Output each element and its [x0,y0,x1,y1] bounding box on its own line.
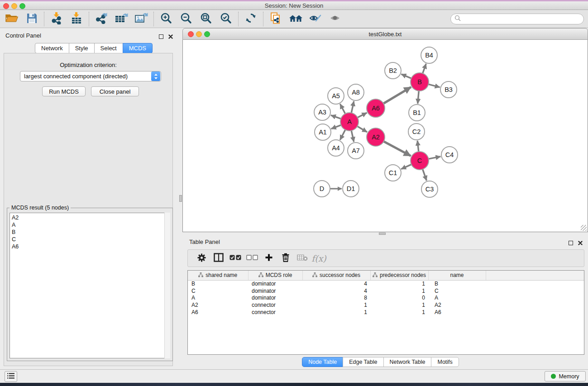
network-canvas[interactable]: AA1A3A5A8A4A7A6A2BB2B4B3B1CC2C1C3C4DD1 [182,40,588,232]
tab-network-table[interactable]: Network Table [383,357,432,367]
network-horizontal-scrollbar[interactable] [379,233,386,235]
table-cell[interactable]: 1 [370,301,428,309]
delete-table-button[interactable] [294,251,311,266]
float-table-panel-icon[interactable] [569,241,573,245]
graph-edge[interactable] [383,87,411,103]
graph-node-C1[interactable]: C1 [385,165,401,181]
table-cell[interactable]: B [428,280,486,287]
graph-edge[interactable] [384,141,411,156]
show-columns-button[interactable] [210,251,227,266]
graph-node-A1[interactable]: A1 [315,124,331,140]
table-cell[interactable]: dominator [248,287,302,295]
mcds-result-item[interactable]: A2 [10,214,170,221]
graph-edge[interactable] [351,101,354,113]
column-header[interactable]: successor nodes [302,271,370,280]
network-vertical-scrollbar[interactable] [179,195,182,202]
table-cell[interactable]: 8 [302,294,370,301]
table-row[interactable]: A6connector11A6 [188,309,584,316]
table-row[interactable]: Adominator80A [188,294,584,301]
import-table-button[interactable] [67,11,86,27]
add-row-button[interactable] [260,251,277,266]
close-table-panel-icon[interactable] [578,239,583,247]
hide-selected-button[interactable] [306,11,325,27]
graph-edge[interactable] [358,113,367,118]
graph-node-D1[interactable]: D1 [343,181,359,197]
graph-node-A[interactable]: A [340,113,359,131]
column-header[interactable]: predecessor nodes [370,271,428,280]
refresh-button[interactable] [241,11,261,27]
tab-style[interactable]: Style [69,43,95,53]
task-history-button[interactable] [5,371,17,382]
resize-grip[interactable] [581,225,587,231]
table-cell[interactable]: A [188,294,248,301]
float-panel-icon[interactable] [159,34,163,39]
graph-node-C3[interactable]: C3 [421,181,438,197]
result-scrollbar[interactable] [164,213,170,358]
graph-edge[interactable] [401,74,411,78]
save-session-button[interactable] [22,11,42,27]
graph-edge[interactable] [340,130,345,140]
mcds-result-item[interactable]: A6 [10,243,170,250]
table-row[interactable]: Bdominator41B [188,280,584,287]
mcds-result-item[interactable]: C [10,236,170,243]
table-cell[interactable]: dominator [248,294,302,301]
import-network-button[interactable] [47,11,67,27]
table-cell[interactable]: A2 [428,301,486,309]
tab-motifs[interactable]: Motifs [431,357,459,367]
table-cell[interactable]: C [188,287,248,295]
table-cell[interactable]: A [428,294,486,301]
graph-node-B3[interactable]: B3 [440,81,457,98]
duplicate-network-button[interactable] [266,11,286,27]
table-cell[interactable]: 4 [302,287,370,295]
network-window-titlebar[interactable]: testGlobe.txt [182,28,588,40]
graph-node-A7[interactable]: A7 [348,143,364,159]
table-cell[interactable]: 1 [370,287,428,295]
table-cell[interactable]: dominator [248,280,302,287]
column-header[interactable]: shared name [188,271,248,280]
export-image-button[interactable] [131,11,151,27]
table-cell[interactable]: B [188,280,248,287]
run-mcds-button[interactable]: Run MCDS [42,86,86,96]
table-cell[interactable]: 1 [302,301,370,309]
graph-node-A6[interactable]: A6 [367,99,385,117]
table-row[interactable]: Cdominator41C [188,287,584,295]
graph-node-A3[interactable]: A3 [314,104,330,120]
graph-node-C4[interactable]: C4 [441,147,458,163]
graph-edge[interactable] [429,157,441,159]
table-cell[interactable]: 1 [370,280,428,287]
table-cell[interactable]: A6 [188,309,248,316]
table-settings-button[interactable] [193,251,210,266]
table-cell[interactable]: 1 [370,309,428,316]
deselect-all-button[interactable] [244,251,260,266]
open-session-button[interactable] [2,11,22,27]
export-network-button[interactable] [91,11,111,27]
graph-node-C[interactable]: C [411,152,429,170]
mcds-result-item[interactable]: B [10,229,170,236]
graph-node-B1[interactable]: B1 [409,105,425,121]
table-cell[interactable]: A2 [188,301,248,309]
first-neighbors-button[interactable] [286,11,306,27]
close-panel-button[interactable]: Close panel [91,86,139,96]
table-cell[interactable]: connector [248,301,302,309]
optimization-criterion-select[interactable]: largest connected component (directed) [20,71,161,81]
zoom-fit-button[interactable] [196,11,216,27]
table-cell[interactable]: 4 [302,280,370,287]
search-input[interactable] [463,14,583,24]
graph-node-A5[interactable]: A5 [328,88,344,104]
graph-edge[interactable] [418,91,419,104]
table-cell[interactable]: connector [248,309,302,316]
tab-edge-table[interactable]: Edge Table [343,357,383,367]
graph-edge[interactable] [340,104,345,114]
tab-node-table[interactable]: Node Table [302,357,343,367]
graph-edge[interactable] [331,115,341,119]
select-all-button[interactable] [227,251,244,266]
zoom-selected-button[interactable] [216,11,236,27]
graph-node-A4[interactable]: A4 [328,140,344,156]
graph-edge[interactable] [401,164,411,169]
mcds-result-item[interactable]: A [10,221,170,229]
graph-edge[interactable] [351,131,354,142]
graph-edge[interactable] [423,64,426,73]
memory-button[interactable]: Memory [545,371,586,381]
table-cell[interactable]: 1 [302,309,370,316]
export-table-button[interactable] [111,11,131,27]
